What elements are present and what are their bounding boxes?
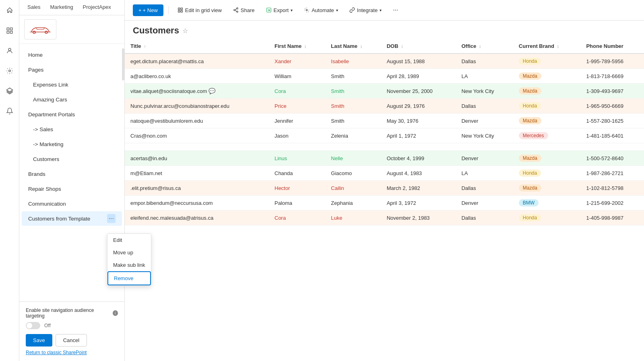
sidebar-item-customers-from-template[interactable]: Customers from Template ··· <box>22 211 122 226</box>
brand-badge: Honda <box>519 214 541 221</box>
return-link[interactable]: Return to classic SharePoint <box>26 350 118 355</box>
col-phone[interactable]: Phone Number <box>580 39 644 54</box>
lastname-link[interactable]: Luke <box>331 215 342 221</box>
phone-cell: 1-500-572-8640 <box>580 151 644 166</box>
icon-rail <box>0 0 19 361</box>
table-row: m@Etiam.net Chanda Giacomo August 4, 198… <box>125 166 644 181</box>
export-button[interactable]: Export ▾ <box>262 5 297 16</box>
pages-label: Pages <box>28 67 43 73</box>
brand-badge: Mazda <box>519 87 541 95</box>
home-icon[interactable] <box>3 4 16 17</box>
edit-grid-view-button[interactable]: Edit in grid view <box>173 5 226 16</box>
lastname-link[interactable]: Cailin <box>331 185 344 191</box>
sidebar-item-marketing[interactable]: -> Marketing ··· <box>22 137 122 151</box>
phone-cell <box>580 143 644 151</box>
col-office[interactable]: Office ↕ <box>456 39 513 54</box>
context-menu-make-sub-link[interactable]: Make sub link <box>107 259 151 271</box>
automate-chevron: ▾ <box>336 8 338 12</box>
dob-cell: April 28, 1989 <box>381 69 456 84</box>
share-button[interactable]: Share <box>229 5 259 16</box>
title-cell: empor.bibendum@neccursusa.com <box>125 196 269 210</box>
sidebar-item-home[interactable]: Home ··· <box>22 47 122 62</box>
svg-rect-9 <box>178 8 180 10</box>
firstname-cell: Jason <box>275 133 289 139</box>
tab-sales[interactable]: Sales <box>23 0 45 15</box>
sidebar-item-customers[interactable]: Customers ··· <box>22 152 122 166</box>
sales-label: -> Sales <box>33 126 53 132</box>
svg-point-15 <box>237 11 238 12</box>
customers-table: Title ↑ First Name ↕ Last Name ↕ DOB ↕ <box>125 39 644 225</box>
save-button[interactable]: Save <box>26 334 52 347</box>
phone-cell: 1-215-699-2002 <box>580 196 644 210</box>
lastname-cell: Luke <box>325 210 381 225</box>
title-cell <box>125 143 269 151</box>
svg-point-5 <box>8 70 10 72</box>
title-cell: m@Etiam.net <box>125 166 269 181</box>
favorite-star-icon[interactable]: ☆ <box>182 27 188 35</box>
sidebar-item-repair-shops[interactable]: Repair Shops ··· <box>22 182 122 196</box>
lastname-cell: Smith <box>325 113 381 128</box>
firstname-link[interactable]: Hector <box>275 185 290 191</box>
bell-icon[interactable] <box>3 105 16 118</box>
context-menu-move-up[interactable]: Move up <box>107 246 151 259</box>
lastname-link[interactable]: Smith <box>331 103 344 109</box>
automate-icon <box>304 7 310 13</box>
col-title[interactable]: Title ↑ <box>125 39 269 54</box>
firstname-link[interactable]: Xander <box>275 58 291 64</box>
sidebar-item-amazing-cars[interactable]: Amazing Cars ··· <box>22 92 122 107</box>
lastname-link[interactable]: Isabelle <box>331 58 349 64</box>
brand-cell: Honda <box>513 166 581 181</box>
lastname-link[interactable]: Smith <box>331 88 344 94</box>
sidebar-scroll-handle[interactable] <box>122 48 124 80</box>
firstname-link[interactable]: Linus <box>275 155 287 161</box>
firstname-link[interactable]: Price <box>275 103 287 109</box>
sidebar-item-communication[interactable]: Communication ··· <box>22 196 122 211</box>
lastname-link[interactable]: Nelle <box>331 155 343 161</box>
main-content: + + New Edit in grid view Share Expo <box>125 0 644 361</box>
brand-badge: BMW <box>519 199 539 206</box>
lastname-sort-arrow: ↕ <box>360 44 363 49</box>
export-chevron: ▾ <box>291 8 293 12</box>
integrate-button[interactable]: Integrate ▾ <box>345 5 386 16</box>
col-dob[interactable]: DOB ↕ <box>381 39 456 54</box>
col-lastname[interactable]: Last Name ↕ <box>325 39 381 54</box>
customers-from-template-dots-button[interactable]: ··· <box>107 214 116 223</box>
title-cell: acertas@in.edu <box>125 151 269 166</box>
context-menu-remove[interactable]: Remove <box>107 271 151 285</box>
col-firstname[interactable]: First Name ↕ <box>269 39 325 54</box>
more-actions-button[interactable]: ··· <box>389 4 402 16</box>
automate-button[interactable]: Automate ▾ <box>300 5 342 16</box>
firstname-cell: Chanda <box>269 166 325 181</box>
sidebar-item-pages[interactable]: Pages ··· <box>22 62 122 77</box>
lastname-cell: Smith <box>331 73 344 79</box>
col-current-brand[interactable]: Current Brand ↕ <box>513 39 581 54</box>
logo-area <box>19 15 124 44</box>
lastname-cell: Smith <box>325 84 381 99</box>
new-button[interactable]: + + New <box>133 4 163 16</box>
automate-label: Automate <box>312 7 334 13</box>
firstname-link[interactable]: Cora <box>275 88 286 94</box>
dob-cell: August 4, 1983 <box>381 166 456 181</box>
grid-edit-icon <box>178 7 183 13</box>
audience-toggle[interactable] <box>26 322 40 329</box>
tab-marketing[interactable]: Marketing <box>45 0 78 15</box>
sidebar-item-sales[interactable]: -> Sales ··· <box>22 122 122 136</box>
chat-icon[interactable]: 💬 <box>208 88 215 94</box>
tab-projectapex[interactable]: ProjectApex <box>78 0 116 15</box>
integrate-chevron: ▾ <box>380 8 382 12</box>
sidebar-item-brands[interactable]: Brands ··· <box>22 167 122 181</box>
brand-badge: Honda <box>519 169 541 177</box>
repair-shops-label: Repair Shops <box>28 186 61 192</box>
sidebar-item-department-portals[interactable]: Department Portals ··· <box>22 107 122 122</box>
brand-badge: Mazda <box>519 184 541 192</box>
layers-icon[interactable] <box>3 85 16 97</box>
title-cell: Cras@non.com <box>125 128 269 143</box>
grid-icon[interactable] <box>3 24 16 37</box>
settings-icon[interactable] <box>3 64 16 77</box>
firstname-link[interactable]: Cora <box>275 215 286 221</box>
sidebar-item-expenses-link[interactable]: Expenses Link ··· <box>22 77 122 92</box>
user-circle-icon[interactable] <box>3 44 16 57</box>
table-row: .elit.pretium@risus.ca Hector Cailin Mar… <box>125 181 644 196</box>
context-menu-edit[interactable]: Edit <box>107 234 151 246</box>
cancel-button[interactable]: Cancel <box>56 334 87 347</box>
